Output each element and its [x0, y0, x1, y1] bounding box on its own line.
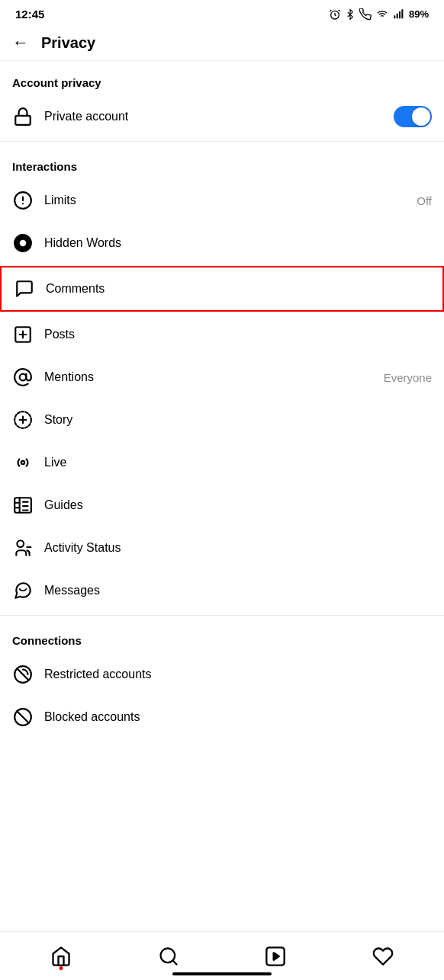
- svg-rect-1: [394, 15, 395, 18]
- lock-icon: [12, 106, 34, 127]
- page-header: ← Privacy: [0, 25, 444, 61]
- svg-marker-35: [274, 953, 279, 959]
- mentions-label: Mentions: [44, 370, 384, 384]
- nav-reels[interactable]: [253, 938, 298, 975]
- private-account-toggle[interactable]: [394, 106, 432, 127]
- svg-rect-5: [15, 116, 31, 125]
- hidden-words-icon: [12, 232, 34, 254]
- status-bar: 12:45 89%: [0, 0, 444, 25]
- alarm-icon: [329, 8, 341, 21]
- toggle-knob: [412, 107, 430, 126]
- svg-line-31: [17, 711, 28, 722]
- svg-line-33: [172, 960, 176, 964]
- guides-icon: [12, 495, 34, 516]
- nav-home[interactable]: [38, 938, 84, 975]
- activity-status-icon: [12, 537, 34, 559]
- page-title: Privacy: [41, 34, 95, 52]
- posts-item[interactable]: Posts: [0, 313, 444, 356]
- story-icon: [12, 409, 34, 431]
- blocked-accounts-label: Blocked accounts: [44, 710, 432, 724]
- posts-label: Posts: [44, 328, 432, 341]
- limits-label: Limits: [44, 194, 417, 207]
- comments-icon: [14, 278, 35, 299]
- private-account-label: Private account: [44, 110, 394, 123]
- search-icon: [158, 946, 179, 967]
- blocked-icon: [12, 706, 34, 728]
- home-notification-dot: [60, 966, 63, 970]
- battery-text: 89%: [409, 8, 429, 20]
- account-privacy-section: Account privacy Private account: [0, 61, 444, 138]
- activity-status-item[interactable]: Activity Status: [0, 527, 444, 569]
- limits-icon: [12, 190, 34, 211]
- back-button[interactable]: ←: [12, 33, 29, 53]
- wifi-icon: [375, 9, 389, 20]
- home-icon: [50, 946, 72, 967]
- signal-icon: [393, 8, 405, 21]
- restricted-icon: [12, 664, 34, 685]
- svg-rect-3: [399, 11, 401, 18]
- messages-icon: [12, 580, 34, 601]
- svg-point-14: [20, 374, 27, 381]
- limits-item[interactable]: Limits Off: [0, 179, 444, 222]
- mentions-icon: [12, 367, 34, 388]
- limits-value: Off: [417, 194, 432, 207]
- live-item[interactable]: Live: [0, 441, 444, 484]
- mentions-item[interactable]: Mentions Everyone: [0, 356, 444, 399]
- mentions-value: Everyone: [384, 371, 432, 384]
- heart-icon: [372, 946, 394, 967]
- story-item[interactable]: Story: [0, 399, 444, 441]
- messages-item[interactable]: Messages: [0, 569, 444, 612]
- svg-rect-2: [397, 13, 398, 18]
- interactions-label: Interactions: [0, 145, 444, 179]
- restricted-accounts-item[interactable]: Restricted accounts: [0, 653, 444, 696]
- home-indicator: [172, 972, 272, 975]
- blocked-accounts-item[interactable]: Blocked accounts: [0, 696, 444, 738]
- restricted-accounts-label: Restricted accounts: [44, 668, 432, 681]
- interactions-section: Interactions Limits Off Hidden Words: [0, 145, 444, 612]
- live-icon: [12, 452, 34, 473]
- private-account-item[interactable]: Private account: [0, 95, 444, 138]
- comments-label: Comments: [46, 282, 430, 296]
- guides-item[interactable]: Guides: [0, 484, 444, 527]
- comments-item[interactable]: Comments: [0, 266, 444, 312]
- connections-label: Connections: [0, 619, 444, 653]
- status-icons: 89%: [329, 8, 429, 21]
- hidden-words-label: Hidden Words: [44, 236, 432, 250]
- activity-status-label: Activity Status: [44, 541, 432, 555]
- phone-icon: [359, 8, 372, 21]
- reels-icon: [265, 946, 286, 967]
- story-label: Story: [44, 413, 432, 427]
- svg-point-26: [17, 540, 24, 547]
- connections-section: Connections Restricted accounts Blocked …: [0, 619, 444, 738]
- svg-point-10: [20, 240, 27, 247]
- hidden-words-item[interactable]: Hidden Words: [0, 222, 444, 264]
- bluetooth-icon: [345, 8, 356, 21]
- divider-2: [0, 615, 444, 616]
- nav-search[interactable]: [146, 938, 191, 975]
- svg-point-18: [21, 461, 24, 464]
- svg-rect-4: [401, 9, 403, 18]
- account-privacy-label: Account privacy: [0, 61, 444, 95]
- nav-activity[interactable]: [360, 938, 406, 975]
- posts-icon: [12, 324, 34, 345]
- live-label: Live: [44, 456, 432, 469]
- divider-1: [0, 141, 444, 142]
- status-time: 12:45: [15, 8, 44, 21]
- guides-label: Guides: [44, 498, 432, 512]
- messages-label: Messages: [44, 584, 432, 597]
